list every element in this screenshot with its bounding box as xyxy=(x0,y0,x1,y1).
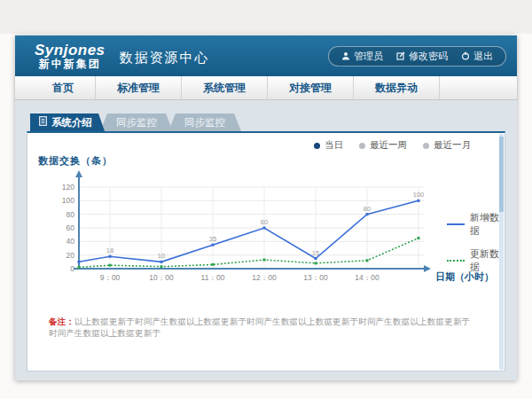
tab-sync-monitor-2[interactable]: 同步监控 xyxy=(168,113,241,131)
svg-text:13：00: 13：00 xyxy=(303,273,328,282)
chart-legend: 新增数据 更新数据 xyxy=(447,211,505,274)
logout-label: 退出 xyxy=(473,50,493,63)
app-window: Synjones 新中新集团 数据资源中心 管理员 修改密码 xyxy=(15,35,517,380)
footnote-label: 备注： xyxy=(49,317,74,326)
filter-label: 最近一月 xyxy=(434,139,471,152)
change-password-label: 修改密码 xyxy=(409,50,448,63)
svg-text:14：00: 14：00 xyxy=(355,273,379,282)
change-password-button[interactable]: 修改密码 xyxy=(396,50,448,63)
time-filter-group: 当日 最近一周 最近一月 xyxy=(314,139,471,152)
app-header: Synjones 新中新集团 数据资源中心 管理员 修改密码 xyxy=(15,35,517,76)
svg-text:18: 18 xyxy=(106,246,113,254)
desktop-top-strip xyxy=(0,0,532,34)
svg-text:10：00: 10：00 xyxy=(149,273,174,282)
nav-item-system-management[interactable]: 系统管理 xyxy=(182,76,268,99)
content-area: 系统介绍 同步监控 同步监控 当日 最近一周 xyxy=(15,100,517,380)
svg-text:120: 120 xyxy=(62,183,74,192)
svg-text:80: 80 xyxy=(364,205,371,213)
svg-text:12：00: 12：00 xyxy=(252,273,277,282)
svg-text:15: 15 xyxy=(312,249,319,257)
page-title: 数据资源中心 xyxy=(120,50,210,66)
svg-text:20: 20 xyxy=(66,251,75,260)
tab-sync-monitor-1[interactable]: 同步监控 xyxy=(100,113,173,131)
filter-last-month[interactable]: 最近一月 xyxy=(423,139,471,152)
logo-secondary-text: 新中新集团 xyxy=(39,59,101,70)
svg-text:40: 40 xyxy=(66,237,75,246)
svg-text:9：00: 9：00 xyxy=(100,273,121,282)
y-axis-title: 数据交换（条） xyxy=(38,154,113,168)
document-icon xyxy=(39,113,47,131)
svg-text:100: 100 xyxy=(62,196,74,205)
logo-primary-text: Synjones xyxy=(35,43,106,59)
current-user-button[interactable]: 管理员 xyxy=(341,50,383,63)
svg-text:10: 10 xyxy=(158,252,165,260)
svg-text:60: 60 xyxy=(261,218,268,226)
tab-label: 同步监控 xyxy=(116,113,157,131)
nav-item-connection-management[interactable]: 对接管理 xyxy=(268,76,354,99)
user-toolbar: 管理员 修改密码 退出 xyxy=(328,46,506,66)
dotted-line-icon xyxy=(447,260,465,262)
svg-text:11：00: 11：00 xyxy=(201,273,225,282)
svg-text:80: 80 xyxy=(66,210,75,219)
logout-button[interactable]: 退出 xyxy=(461,50,493,63)
legend-item-update-data[interactable]: 更新数据 xyxy=(447,247,505,274)
tab-label: 系统介绍 xyxy=(51,113,92,131)
tab-bar: 系统介绍 同步监控 同步监控 xyxy=(30,113,505,131)
radio-unselected-icon xyxy=(423,143,429,149)
legend-item-new-data[interactable]: 新增数据 xyxy=(447,211,505,238)
solid-line-icon xyxy=(447,223,465,225)
tab-system-introduction[interactable]: 系统介绍 xyxy=(30,113,105,131)
nav-item-data-change[interactable]: 数据异动 xyxy=(354,76,440,99)
person-icon xyxy=(341,51,350,60)
chart-panel: 当日 最近一周 最近一月 数据交换（条） 0204060801001209：00… xyxy=(27,131,505,372)
footnote-text: 以上数据更新于时间产生数据以上数据更新于时间产生数据以上数据更新于时间产生数据以… xyxy=(49,317,470,338)
svg-text:100: 100 xyxy=(413,191,425,199)
svg-text:60: 60 xyxy=(66,223,75,232)
footnote: 备注：以上数据更新于时间产生数据以上数据更新于时间产生数据以上数据更新于时间产生… xyxy=(49,317,478,340)
panel-scrollbar[interactable] xyxy=(499,134,504,370)
filter-last-week[interactable]: 最近一周 xyxy=(359,139,407,152)
user-name-label: 管理员 xyxy=(354,50,383,63)
scrollbar-thumb[interactable] xyxy=(499,137,504,212)
page-background: Synjones 新中新集团 数据资源中心 管理员 修改密码 xyxy=(0,0,532,399)
radio-selected-icon xyxy=(314,143,320,149)
company-logo: Synjones 新中新集团 xyxy=(35,43,106,69)
filter-label: 最近一周 xyxy=(370,139,407,152)
main-nav: 首页 标准管理 系统管理 对接管理 数据异动 xyxy=(15,76,517,100)
svg-text:35: 35 xyxy=(209,235,216,243)
filter-label: 当日 xyxy=(325,139,343,152)
exchange-line-chart: 0204060801001209：0010：0011：0012：0013：001… xyxy=(27,168,505,297)
radio-unselected-icon xyxy=(359,143,365,149)
power-icon xyxy=(461,51,470,60)
filter-today[interactable]: 当日 xyxy=(314,139,343,152)
nav-item-standard-management[interactable]: 标准管理 xyxy=(96,76,182,99)
edit-icon xyxy=(396,51,405,60)
tab-label: 同步监控 xyxy=(184,113,225,131)
nav-item-home[interactable]: 首页 xyxy=(31,76,96,99)
